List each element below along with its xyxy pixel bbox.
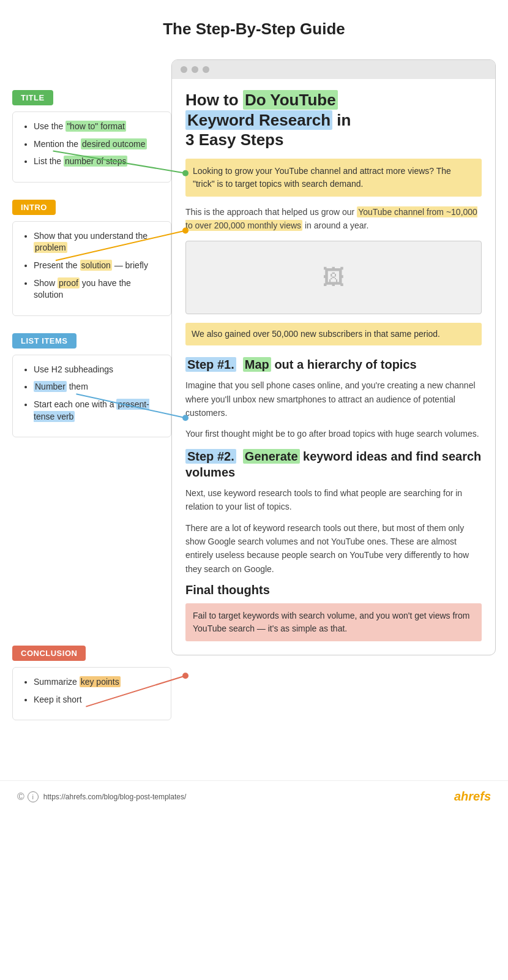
footer: © i https://ahrefs.com/blog/blog-post-te…: [0, 780, 508, 812]
conclusion-section: CONCLUSION Summarize key points Keep it …: [12, 646, 171, 720]
list-item: Show proof you have the solution: [34, 277, 161, 301]
step2-label: Step #2.: [185, 449, 236, 464]
browser-dot-2: [192, 66, 198, 73]
list-items-label: LIST ITEMS: [12, 333, 77, 349]
list-item: Summarize key points: [34, 676, 161, 688]
intro-box: Show that you understand the problem Pre…: [12, 221, 171, 316]
subscribers-text: We also gained over 50,000 new subscribe…: [192, 329, 440, 339]
image-placeholder: 🖼: [185, 241, 482, 314]
page-title: The Step-By-Step Guide: [0, 0, 508, 53]
step1-text2: Your first thought might be to go after …: [185, 427, 482, 440]
list-items-section: LIST ITEMS Use H2 subheadings Number the…: [12, 333, 171, 437]
list-item: Mention the desired outcome: [34, 138, 161, 151]
footer-brand: ahrefs: [454, 790, 491, 804]
highlight: number of steps: [64, 156, 127, 167]
title-label: TITLE: [12, 90, 53, 105]
copyright-icon: ©: [17, 791, 24, 802]
highlight: problem: [34, 242, 67, 253]
page-container: The Step-By-Step Guide TITLE Use the "ho…: [0, 0, 508, 812]
footer-left: © i https://ahrefs.com/blog/blog-post-te…: [17, 791, 186, 802]
title-highlight-keyword: Keyword Research: [185, 110, 332, 130]
browser-mock: How to Do YouTube Keyword Research in 3 …: [171, 59, 496, 655]
conclusion-label: CONCLUSION: [12, 646, 86, 661]
right-panel: How to Do YouTube Keyword Research in 3 …: [171, 53, 508, 737]
list-item: Number them: [34, 381, 161, 393]
title-text: How to Do YouTube Keyword Research in 3 …: [185, 90, 351, 149]
browser-bar: [172, 60, 495, 79]
list-item: Start each one with a present-tense verb: [34, 399, 161, 423]
list-item: Use H2 subheadings: [34, 364, 161, 376]
browser-dot-1: [181, 66, 187, 73]
image-icon: 🖼: [323, 265, 345, 290]
conclusion-list: Summarize key points Keep it short: [23, 676, 161, 706]
step1-heading: Step #1. Map out a hierarchy of topics: [185, 356, 482, 372]
title-highlight-youtube: Do YouTube: [243, 90, 338, 110]
list-item: Keep it short: [34, 694, 161, 706]
subscribers-highlight: We also gained over 50,000 new subscribe…: [185, 323, 482, 345]
step2-heading: Step #2. Generate keyword ideas and find…: [185, 448, 482, 480]
highlight: Number: [34, 381, 67, 392]
intro-text-1: This is the approach that helped us grow…: [185, 205, 482, 233]
intro-label: INTRO: [12, 200, 56, 215]
browser-dot-3: [203, 66, 209, 73]
highlight: present-tense verb: [34, 399, 149, 422]
conclusion-box: Summarize key points Keep it short: [12, 667, 171, 720]
title-box: Use the "how to" format Mention the desi…: [12, 111, 171, 183]
title-section: TITLE Use the "how to" format Mention th…: [12, 90, 171, 183]
list-item: Show that you understand the problem: [34, 230, 161, 254]
list-item: Present the solution — briefly: [34, 260, 161, 272]
left-panel: TITLE Use the "how to" format Mention th…: [0, 53, 171, 737]
step2-text2: There are a lot of keyword research tool…: [185, 521, 482, 576]
footer-url[interactable]: https://ahrefs.com/blog/blog-post-templa…: [43, 793, 186, 801]
conclusion-highlight-box: Fail to target keywords with search volu…: [185, 603, 482, 641]
highlight: solution: [80, 260, 112, 271]
footer-icons: © i: [17, 791, 39, 802]
step2-generate: Generate: [243, 449, 300, 464]
highlight: proof: [58, 277, 80, 288]
title-list: Use the "how to" format Mention the desi…: [23, 121, 161, 168]
list-item: Use the "how to" format: [34, 121, 161, 133]
highlight: desired outcome: [81, 138, 147, 149]
list-items-box: Use H2 subheadings Number them Start eac…: [12, 355, 171, 437]
channel-highlight: YouTube channel from ~10,000 to over 200…: [185, 206, 477, 231]
info-icon: i: [28, 791, 39, 802]
step1-text1: Imagine that you sell phone cases online…: [185, 379, 482, 420]
step1-label: Step #1.: [185, 357, 236, 372]
highlight: key points: [80, 676, 121, 687]
step2-text1: Next, use keyword research tools to find…: [185, 486, 482, 514]
conclusion-heading: Final thoughts: [185, 583, 482, 597]
intro-list: Show that you understand the problem Pre…: [23, 230, 161, 301]
intro-section: INTRO Show that you understand the probl…: [12, 200, 171, 316]
highlight: "how to" format: [65, 121, 126, 132]
list-items-list: Use H2 subheadings Number them Start eac…: [23, 364, 161, 423]
list-item: List the number of steps: [34, 156, 161, 168]
article-title: How to Do YouTube Keyword Research in 3 …: [185, 90, 482, 150]
step1-map: Map: [243, 357, 271, 372]
intro-highlight-box: Looking to grow your YouTube channel and…: [185, 159, 482, 197]
browser-content: How to Do YouTube Keyword Research in 3 …: [172, 79, 495, 655]
